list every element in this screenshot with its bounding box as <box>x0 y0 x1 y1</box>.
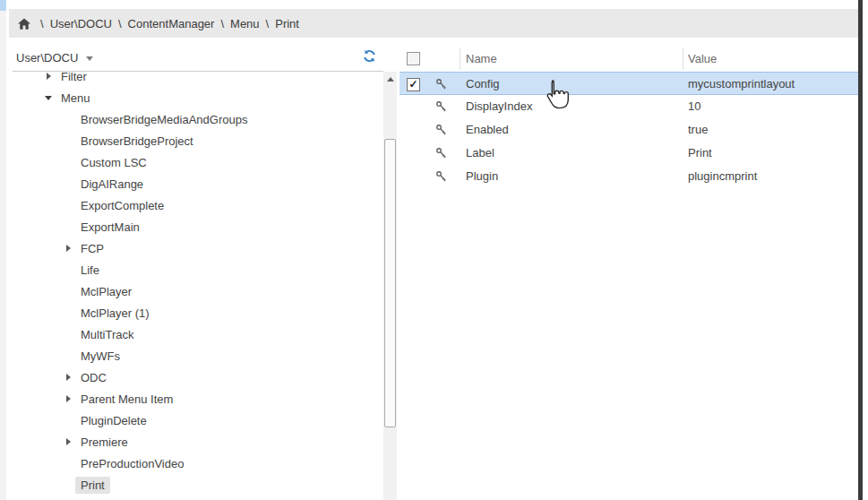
expander-spacer <box>64 115 73 124</box>
left-edge-strip <box>0 0 6 500</box>
column-divider <box>460 48 460 70</box>
tree-item-print[interactable]: Print <box>9 474 382 496</box>
refresh-button[interactable] <box>363 49 376 63</box>
expander-spacer <box>64 416 73 425</box>
table-row-plugin[interactable]: Pluginplugincmprint <box>400 165 858 188</box>
expander-spacer <box>64 459 73 468</box>
tree-item-life[interactable]: Life <box>9 259 382 280</box>
select-all-checkbox[interactable] <box>407 52 420 68</box>
expander-collapsed-icon[interactable] <box>64 437 73 446</box>
breadcrumb-items: \User\DOCU\ContentManager\Menu\Print <box>34 17 299 30</box>
row-checkbox-cell[interactable] <box>407 99 420 113</box>
tree-item-label: DigAIRange <box>81 177 143 191</box>
breadcrumb-item-user-docu[interactable]: User\DOCU <box>50 17 112 30</box>
tree-item-plugindelete[interactable]: PluginDelete <box>9 409 382 431</box>
tree-item-label: Menu <box>61 91 90 105</box>
tree-root-selector[interactable]: User\DOCU <box>16 48 93 66</box>
expander-collapsed-icon[interactable] <box>64 244 73 253</box>
expander-spacer <box>64 480 73 489</box>
row-checkbox-cell[interactable] <box>407 123 420 136</box>
expander-spacer <box>64 287 73 296</box>
tree-item-premiere[interactable]: Premiere <box>9 431 382 453</box>
tree-item-digairange[interactable]: DigAIRange <box>9 173 382 194</box>
expander-spacer <box>64 201 73 210</box>
expander-collapsed-icon[interactable] <box>64 373 73 382</box>
expander-collapsed-icon[interactable] <box>45 72 54 81</box>
app-window: \User\DOCU\ContentManager\Menu\Print Use… <box>0 0 868 500</box>
table-row-displayindex[interactable]: DisplayIndex10 <box>400 95 858 118</box>
tree-item-fcp[interactable]: FCP <box>9 237 382 259</box>
tree-item-exportcomplete[interactable]: ExportComplete <box>9 194 382 216</box>
expander-expanded-icon[interactable] <box>45 93 54 102</box>
tree-item-label: MclPlayer (1) <box>81 306 150 320</box>
row-checkbox-cell[interactable]: ✓ <box>407 77 420 91</box>
column-divider <box>683 48 683 70</box>
breadcrumb-item-print[interactable]: Print <box>275 17 299 30</box>
expander-spacer <box>64 308 73 317</box>
tree-item-mclplayer-1[interactable]: MclPlayer (1) <box>9 302 382 323</box>
property-value: Print <box>688 142 712 165</box>
right-edge-bar <box>858 0 863 500</box>
tree-item-filter[interactable]: Filter <box>9 65 382 87</box>
expander-spacer <box>64 222 73 231</box>
tree-item-mclplayer[interactable]: MclPlayer <box>9 280 382 302</box>
left-edge-strip-accent <box>0 0 6 11</box>
breadcrumb-item-contentmanager[interactable]: ContentManager <box>128 17 215 30</box>
column-header-name[interactable]: Name <box>466 47 497 72</box>
tree-list: FilterMenuBrowserBridgeMediaAndGroupsBro… <box>9 65 382 500</box>
key-icon <box>435 78 448 91</box>
tree-item-mywfs[interactable]: MyWFs <box>9 345 382 366</box>
tree-item-preproductionvideo[interactable]: PreProductionVideo <box>9 453 382 474</box>
breadcrumb-item-menu[interactable]: Menu <box>230 17 260 30</box>
row-checkbox-cell[interactable] <box>407 169 420 183</box>
breadcrumb-separator: \ <box>40 17 44 30</box>
tree-item-multitrack[interactable]: MultiTrack <box>9 323 382 345</box>
table-body: ✓ Configmycustomprintlayout DisplayIndex… <box>400 72 858 188</box>
key-icon <box>435 170 448 183</box>
scrollbar-up-button[interactable] <box>383 72 397 87</box>
tree-item-label: Premiere <box>81 435 128 449</box>
tree-item-label: ExportComplete <box>81 199 164 212</box>
tree-item-menu[interactable]: Menu <box>9 87 382 108</box>
table-row-label[interactable]: LabelPrint <box>400 142 858 165</box>
property-name: DisplayIndex <box>466 95 532 118</box>
tree-item-label: Parent Menu Item <box>81 392 173 406</box>
property-value: plugincmprint <box>688 165 757 188</box>
tree-scrollbar[interactable] <box>383 72 397 500</box>
expander-spacer <box>64 136 73 145</box>
scrollbar-thumb[interactable] <box>384 139 396 427</box>
breadcrumb-separator: \ <box>118 17 122 30</box>
key-icon <box>435 100 448 113</box>
home-icon[interactable] <box>18 18 30 30</box>
tree-item-label: PluginDelete <box>81 414 147 427</box>
property-name: Label <box>466 142 494 165</box>
expander-collapsed-icon[interactable] <box>64 394 73 403</box>
property-name: Plugin <box>466 165 498 188</box>
row-checkbox-cell[interactable] <box>407 146 420 159</box>
expander-spacer <box>64 158 73 167</box>
expander-spacer <box>64 330 73 339</box>
table-row-config[interactable]: ✓ Configmycustomprintlayout <box>400 72 858 95</box>
tree-item-label: ODC <box>81 371 107 384</box>
row-checkbox-checked[interactable]: ✓ <box>407 78 420 91</box>
tree-item-parent-menu-item[interactable]: Parent Menu Item <box>9 388 382 409</box>
tree-item-label: FCP <box>81 242 104 255</box>
tree-panel: User\DOCU FilterMenuBrowserBridgeMediaAn… <box>9 38 397 500</box>
tree-item-label: Print <box>75 477 110 494</box>
column-header-value[interactable]: Value <box>688 47 717 72</box>
tree-item-label: Custom LSC <box>81 156 147 169</box>
tree-item-browserbridgemediaandgroups[interactable]: BrowserBridgeMediaAndGroups <box>9 108 382 130</box>
tree-item-label: MultiTrack <box>81 328 133 341</box>
tree-item-custom-lsc[interactable]: Custom LSC <box>9 151 382 173</box>
tree-item-browserbridgeproject[interactable]: BrowserBridgeProject <box>9 130 382 151</box>
property-name: Enabled <box>466 118 509 142</box>
tree-item-label: MclPlayer <box>81 285 132 298</box>
properties-table: Name Value ✓ Configmycustomprintlayout D… <box>400 47 858 500</box>
tree-item-odc[interactable]: ODC <box>9 366 382 388</box>
tree-item-exportmain[interactable]: ExportMain <box>9 216 382 237</box>
table-row-enabled[interactable]: Enabledtrue <box>400 118 858 142</box>
tree-item-label: Life <box>81 263 99 277</box>
tree-item-label: BrowserBridgeProject <box>81 134 193 148</box>
triangle-up-icon <box>387 77 394 82</box>
key-icon <box>435 124 448 136</box>
